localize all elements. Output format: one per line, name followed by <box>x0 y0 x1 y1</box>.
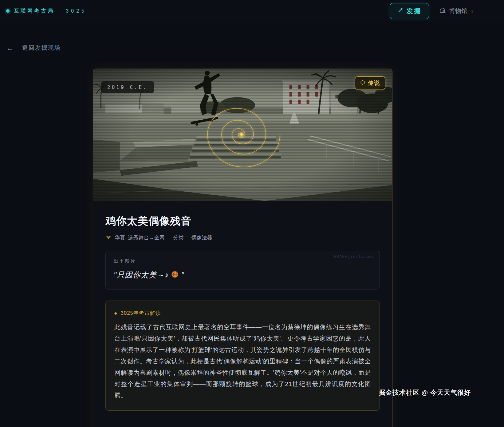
era-badge: 2019 C.E. <box>101 81 154 93</box>
category-value: 偶像法器 <box>191 234 212 241</box>
museum-button[interactable]: 博物馆 1 <box>439 7 473 15</box>
brand-separator: · <box>59 8 61 14</box>
rarity-label: 传说 <box>368 79 380 87</box>
header-actions: 发掘 博物馆 1 <box>390 3 473 19</box>
hexagon-icon <box>360 80 365 86</box>
fragment-id: FRAG#jinitaimei <box>334 254 375 259</box>
fragment-quote-text: "只因你太美～♪ <box>114 270 169 280</box>
interpretation-heading-label: 3025年考古解读 <box>120 309 161 317</box>
excavate-button[interactable]: 发掘 <box>390 3 429 19</box>
brand-name: 互联网考古局 <box>14 7 54 14</box>
fragment-quote: "只因你太美～♪ " <box>114 270 372 280</box>
interpretation-heading: ◆ 3025年考古解读 <box>114 309 371 317</box>
app-header: 互联网考古局 · 3025 发掘 <box>0 0 504 22</box>
museum-count-badge: 1 <box>471 9 473 14</box>
brand-dot-icon <box>6 9 10 13</box>
artifact-origin: 华夏–选秀舞台→全网 <box>115 234 164 241</box>
museum-icon <box>439 7 446 15</box>
artifact-meta: 华夏–选秀舞台→全网 分类： 偶像法器 <box>105 234 380 241</box>
signal-icon <box>105 234 112 241</box>
diamond-icon: ◆ <box>114 311 117 315</box>
card-content: 鸡你太美偶像残音 华夏–选秀舞台→全网 分类： 偶像法器 FRAG#jinita… <box>93 201 392 411</box>
basketball-icon <box>171 271 179 280</box>
back-link[interactable]: ← 返回发掘现场 <box>6 44 61 52</box>
back-link-label: 返回发掘现场 <box>22 44 61 52</box>
rarity-badge: 传说 <box>355 76 385 90</box>
excavate-icon <box>397 7 404 15</box>
fragment-box: FRAG#jinitaimei 出土残片 "只因你太美～♪ " <box>105 251 380 289</box>
fragment-label: 出土残片 <box>114 258 372 264</box>
watermark: 掘金技术社区 @ 今天天气很好 <box>379 388 471 397</box>
artifact-photo: 2019 C.E. 传说 <box>93 69 392 201</box>
museum-label: 博物馆 <box>449 7 467 15</box>
artifact-title: 鸡你太美偶像残音 <box>105 214 380 228</box>
brand-year: 3025 <box>66 8 87 14</box>
back-arrow-icon: ← <box>6 44 14 52</box>
artifact-card: 2019 C.E. 传说 鸡你太美偶像残音 华夏–选秀舞台→全网 分类： 偶 <box>93 69 392 427</box>
interpretation-body: 此残音记载了古代互联网史上最著名的空耳事件——一位名为蔡徐坤的偶像练习生在选秀舞… <box>114 321 371 401</box>
category-label: 分类： <box>173 234 189 241</box>
interpretation-box: ◆ 3025年考古解读 此残音记载了古代互联网史上最著名的空耳事件——一位名为蔡… <box>105 301 380 411</box>
excavate-label: 发掘 <box>407 7 421 15</box>
fragment-quote-close: " <box>181 270 184 279</box>
brand: 互联网考古局 · 3025 <box>6 7 87 14</box>
